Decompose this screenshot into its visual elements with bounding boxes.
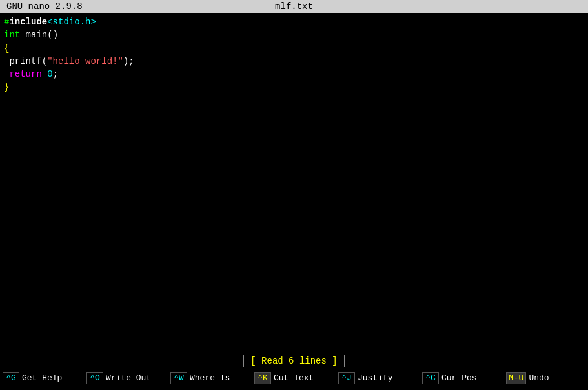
cmd-cur-pos[interactable]: ^C Cur Pos: [420, 369, 503, 387]
status-message: [ Read 6 lines ]: [243, 355, 344, 367]
label-justify: Justify: [358, 373, 393, 383]
key-get-help: ^G: [3, 372, 19, 384]
cmd-where-is[interactable]: ^W Where Is: [168, 369, 252, 387]
file-name: mlf.txt: [198, 1, 390, 12]
key-where-is: ^W: [170, 372, 187, 384]
status-area: [ Read 6 lines ]: [0, 352, 588, 369]
code-line-2: int main(): [4, 28, 584, 41]
cmd-row-1: ^G Get Help ^O Write Out ^W Where Is ^K …: [0, 369, 588, 387]
app-title: GNU nano 2.9.8: [6, 1, 198, 12]
code-line-4: printf("hello world!");: [4, 55, 584, 68]
cmd-justify[interactable]: ^J Justify: [336, 369, 420, 387]
label-get-help: Get Help: [22, 373, 62, 383]
code-line-5: return 0;: [4, 68, 584, 81]
cmd-to-spell[interactable]: ^T To Spell: [336, 387, 420, 390]
label-cut-text: Cut Text: [274, 373, 314, 383]
key-write-out: ^O: [86, 372, 103, 384]
cmd-read-file[interactable]: ^R Read File: [84, 387, 168, 390]
editor-area[interactable]: #include<stdio.h> int main() { printf("h…: [0, 13, 588, 352]
bottom-bar: ^G Get Help ^O Write Out ^W Where Is ^K …: [0, 369, 588, 390]
label-write-out: Write Out: [106, 373, 151, 383]
title-bar: GNU nano 2.9.8 mlf.txt: [0, 0, 588, 13]
cmd-replace[interactable]: ^\ Replace: [168, 387, 252, 390]
key-undo: M-U: [506, 372, 526, 384]
label-cur-pos: Cur Pos: [441, 373, 477, 383]
cmd-uncut-text[interactable]: ^U Uncut Text: [252, 387, 336, 390]
code-line-3: {: [4, 42, 584, 55]
cmd-go-to-line[interactable]: ^_ Go To Line: [420, 387, 503, 390]
code-line-1: #include<stdio.h>: [4, 15, 584, 28]
cmd-write-out[interactable]: ^O Write Out: [84, 369, 168, 387]
key-cut-text: ^K: [254, 372, 271, 384]
label-undo: Undo: [529, 373, 549, 383]
code-line-6: }: [4, 81, 584, 93]
cmd-exit[interactable]: ^X Exit: [0, 387, 84, 390]
cmd-undo[interactable]: M-U Undo: [503, 369, 587, 387]
label-where-is: Where Is: [190, 373, 230, 383]
cmd-cut-text[interactable]: ^K Cut Text: [252, 369, 336, 387]
cmd-get-help[interactable]: ^G Get Help: [0, 369, 84, 387]
key-cur-pos: ^C: [422, 372, 439, 384]
cmd-row-2: ^X Exit ^R Read File ^\ Replace ^U Uncut…: [0, 387, 588, 390]
key-justify: ^J: [338, 372, 355, 384]
cmd-redo[interactable]: M-E Redo: [503, 387, 587, 390]
